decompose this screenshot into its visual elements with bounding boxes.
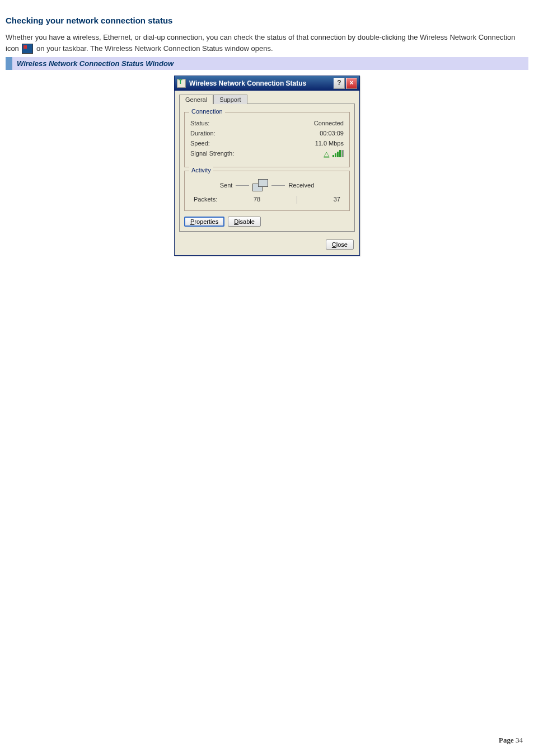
properties-button[interactable]: Properties [184, 217, 224, 227]
two-computers-icon [252, 179, 268, 191]
activity-sent-label: Sent [220, 182, 233, 189]
tab-strip: General Support [175, 91, 359, 104]
figure-caption: Wireless Network Connection Status Windo… [12, 57, 528, 70]
close-button[interactable]: Close [326, 240, 354, 250]
status-dialog: Wireless Network Connection Status ? × G… [174, 76, 360, 256]
activity-received-label: Received [288, 182, 314, 189]
signal-label: Signal Strength: [190, 150, 234, 158]
app-icon [177, 79, 186, 88]
connection-group: Connection Status: Connected Duration: 0… [184, 112, 350, 167]
activity-legend: Activity [189, 167, 213, 173]
intro-text-b: on your taskbar. The Wireless Network Co… [36, 44, 273, 53]
packets-received-value: 37 [334, 196, 340, 204]
tab-panel-general: Connection Status: Connected Duration: 0… [179, 104, 355, 232]
banner-accent [6, 57, 12, 70]
dialog-titlebar: Wireless Network Connection Status ? × [175, 76, 359, 91]
activity-group: Activity Sent Received Packets: 78 37 [184, 171, 350, 211]
status-value: Connected [314, 120, 344, 126]
wireless-tray-icon [22, 44, 33, 54]
page-heading: Checking your network connection status [6, 16, 528, 25]
dialog-title: Wireless Network Connection Status [188, 79, 332, 87]
signal-strength-icon: ⧋ [324, 150, 344, 158]
status-label: Status: [190, 120, 209, 126]
duration-label: Duration: [190, 130, 216, 137]
packets-sent-value: 78 [254, 196, 260, 204]
tab-general[interactable]: General [179, 95, 213, 104]
close-x-button[interactable]: × [346, 78, 357, 89]
help-button[interactable]: ? [334, 78, 345, 89]
packets-divider [297, 196, 297, 204]
connection-legend: Connection [189, 108, 225, 115]
activity-line-left [236, 185, 249, 186]
duration-value: 00:03:09 [320, 130, 344, 137]
intro-paragraph: Whether you have a wireless, Ethernet, o… [6, 32, 528, 54]
activity-line-right [271, 185, 285, 186]
disable-button[interactable]: Disable [228, 217, 261, 227]
packets-label: Packets: [194, 196, 217, 204]
speed-value: 11.0 Mbps [315, 140, 344, 147]
speed-label: Speed: [190, 140, 210, 147]
figure-caption-bar: Wireless Network Connection Status Windo… [6, 57, 528, 70]
tab-support[interactable]: Support [213, 95, 247, 104]
